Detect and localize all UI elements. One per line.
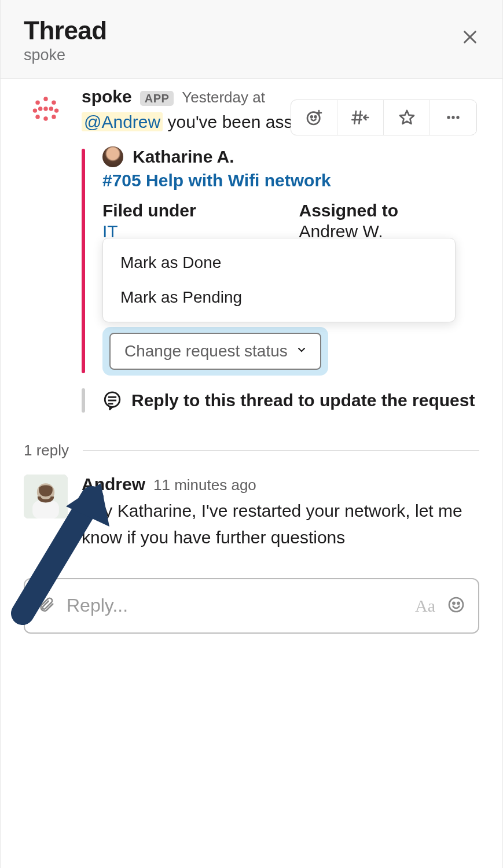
svg-point-13 [456, 116, 459, 119]
reply-message: Andrew 11 minutes ago Hey Katharine, I'v… [1, 459, 502, 551]
thread-header: Thread spoke [1, 0, 502, 79]
reply-count: 1 reply [24, 442, 69, 459]
star-button[interactable] [384, 100, 430, 135]
avatar [24, 87, 68, 131]
svg-line-8 [359, 111, 361, 123]
reply-composer[interactable]: Reply... Aa [24, 578, 479, 634]
dropdown-item-mark-done[interactable]: Mark as Done [103, 245, 455, 280]
change-status-label: Change request status [124, 342, 288, 361]
status-dropdown-menu: Mark as Done Mark as Pending [102, 238, 456, 322]
svg-point-2 [307, 112, 320, 124]
svg-point-25 [105, 392, 120, 407]
more-actions-button[interactable] [430, 100, 476, 135]
reply-text: Hey Katharine, I've restarted your netwo… [82, 498, 479, 551]
ticket-attachment: Katharine A. #705 Help with Wifi network… [82, 146, 479, 376]
user-mention[interactable]: @Andrew [82, 112, 163, 131]
field-label-filed-under: Filed under [102, 201, 283, 220]
svg-point-17 [33, 108, 37, 112]
svg-point-11 [447, 116, 450, 119]
requester-avatar [102, 146, 123, 167]
svg-point-21 [49, 106, 53, 111]
emoji-icon[interactable] [447, 595, 465, 616]
svg-point-19 [38, 106, 42, 111]
message-timestamp[interactable]: Yesterday at [182, 89, 265, 106]
field-label-assigned-to: Assigned to [299, 201, 480, 220]
thread-panel: Thread spoke spoke [0, 0, 503, 868]
svg-point-23 [52, 115, 56, 119]
svg-point-18 [54, 108, 58, 112]
reply-avatar [24, 475, 68, 518]
change-status-button[interactable]: Change request status [109, 333, 321, 370]
svg-point-12 [451, 116, 454, 119]
sender-name[interactable]: spoke [82, 87, 132, 106]
app-badge: APP [140, 91, 174, 106]
reply-hint: Reply to this thread to update the reque… [82, 388, 479, 413]
ticket-link[interactable]: #705 Help with Wifi network [102, 171, 479, 190]
svg-point-4 [314, 116, 316, 117]
svg-point-22 [35, 115, 39, 119]
divider [83, 450, 479, 451]
thread-reply-icon [102, 391, 122, 410]
svg-point-3 [311, 116, 313, 117]
reply-hint-text: Reply to this thread to update the reque… [131, 388, 475, 413]
requester-name: Katharine A. [133, 147, 234, 167]
composer-placeholder: Reply... [67, 595, 403, 616]
add-reaction-button[interactable] [291, 100, 337, 135]
svg-point-32 [449, 598, 463, 612]
svg-point-34 [457, 602, 459, 604]
formatting-icon[interactable]: Aa [415, 596, 435, 616]
thread-channel[interactable]: spoke [24, 46, 107, 64]
svg-point-24 [43, 116, 47, 120]
reply-timestamp[interactable]: 11 minutes ago [153, 476, 256, 494]
svg-point-14 [43, 97, 47, 101]
attachment-icon[interactable] [38, 595, 55, 617]
chevron-down-icon [297, 345, 306, 357]
reply-sender-name[interactable]: Andrew [82, 475, 145, 494]
svg-line-7 [354, 111, 356, 123]
close-icon[interactable] [461, 27, 479, 52]
share-to-channel-button[interactable] [337, 100, 384, 135]
svg-point-20 [43, 106, 47, 111]
svg-point-16 [52, 100, 56, 104]
thread-title: Thread [24, 16, 107, 45]
svg-point-33 [453, 602, 454, 604]
svg-point-15 [35, 100, 39, 104]
message-actions [291, 100, 477, 135]
svg-rect-31 [32, 501, 59, 518]
dropdown-item-mark-pending[interactable]: Mark as Pending [103, 280, 455, 315]
reply-count-row: 1 reply [1, 425, 502, 459]
